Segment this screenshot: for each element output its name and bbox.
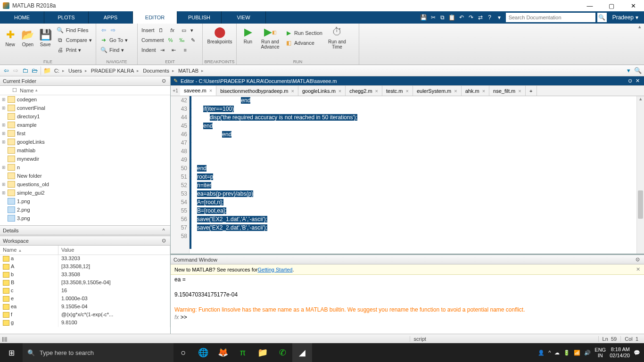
run-time-button[interactable]: ⏱Run and Time	[325, 25, 349, 49]
paste-icon[interactable]: 📋	[447, 13, 457, 22]
editor-tab[interactable]: ahk.m×	[462, 86, 489, 96]
tab-close-icon[interactable]: ×	[209, 88, 212, 93]
file-browser[interactable]: ☐ Name ▲ ⊞codegen⊞convertFinaldirectory1…	[0, 86, 170, 225]
insert-button[interactable]: Insert 🗒fx▭ ▾	[140, 25, 200, 35]
user-button[interactable]: Pradeep ▾	[607, 14, 644, 21]
browse-icon[interactable]: 🗁	[30, 66, 39, 75]
onedrive-icon[interactable]: ☁	[554, 350, 560, 356]
file-row[interactable]: 1.png	[0, 197, 170, 206]
language-indicator[interactable]: ENGIN	[594, 347, 606, 358]
panel-menu-icon[interactable]: ⊙	[626, 77, 634, 85]
run-section-button[interactable]: ▶Run Section	[283, 28, 324, 38]
comment-button[interactable]: Comment %‰✎	[140, 35, 200, 45]
breadcrumb[interactable]: Documents	[141, 68, 176, 74]
goto-button[interactable]: ➜Go To ▾	[98, 35, 135, 45]
tab-close-icon[interactable]: ×	[482, 88, 485, 94]
tab-home[interactable]: HOME	[0, 11, 44, 24]
workspace-var[interactable]: e1.0000e-03	[0, 295, 170, 303]
tab-close-icon[interactable]: ×	[339, 88, 341, 94]
workspace-header[interactable]: Name ▲ Value	[0, 246, 170, 255]
editor-tab[interactable]: testc.m×	[382, 86, 413, 96]
workspace-var[interactable]: B[33.3508,9.1505e-04]	[0, 279, 170, 287]
file-row[interactable]: ⊞example	[0, 121, 170, 129]
indent-button[interactable]: Indent ⇥⇤≡	[140, 45, 200, 55]
run-advance-button[interactable]: ▶◧Run and Advance	[258, 25, 282, 49]
workspace-var[interactable]: g9.8100	[0, 319, 170, 327]
save-icon[interactable]: 💾	[419, 13, 429, 22]
editor-scrollbar[interactable]: ▴	[636, 96, 644, 254]
workspace-var[interactable]: ea9.1505e-04	[0, 303, 170, 311]
redo-icon[interactable]: ↷	[466, 13, 476, 22]
notifications-icon[interactable]: 💬	[634, 350, 640, 356]
chrome-icon[interactable]: 🌐	[193, 343, 213, 362]
nav-arrows[interactable]: ⇦⇨	[98, 25, 135, 35]
firefox-icon[interactable]: 🦊	[213, 343, 233, 362]
file-row[interactable]: ⊞googleLinks	[0, 138, 170, 146]
app-icon[interactable]: π	[233, 343, 253, 362]
workspace-var[interactable]: c16	[0, 287, 170, 295]
panel-menu-icon[interactable]: ⊙	[634, 256, 641, 263]
open-button[interactable]: 📂Open	[19, 25, 36, 55]
save-button[interactable]: 💾Save	[37, 25, 54, 55]
dropdown-icon[interactable]: ▾	[495, 13, 504, 22]
workspace-var[interactable]: b33.3508	[0, 271, 170, 279]
getting-started-link[interactable]: Getting Started	[257, 267, 292, 272]
editor-tab[interactable]: eulerSystem.m×	[413, 86, 462, 96]
panel-menu-icon[interactable]: ⊙	[160, 77, 167, 85]
new-button[interactable]: ✚New	[2, 25, 18, 55]
tab-add-button[interactable]: +	[526, 86, 537, 96]
breadcrumb[interactable]: PRADEEP KALRA	[89, 68, 141, 74]
tab-plots[interactable]: PLOTS	[44, 11, 89, 24]
workspace-var[interactable]: A[33.3508,12]	[0, 263, 170, 271]
status-pause-icon[interactable]: ||||	[2, 336, 7, 342]
help-icon[interactable]: ?	[485, 13, 495, 22]
file-row[interactable]: ⊞n	[0, 163, 170, 172]
copy-icon[interactable]: ⧉	[438, 13, 447, 22]
switch-icon[interactable]: ⇄	[476, 13, 485, 22]
find-button[interactable]: 🔍Find ▾	[98, 45, 135, 55]
folder-icon[interactable]: 📁	[43, 66, 51, 75]
file-row[interactable]: 2.png	[0, 206, 170, 214]
file-row[interactable]: ⊞simple_gui2	[0, 189, 170, 197]
tab-shift[interactable]: +1	[171, 86, 180, 96]
panel-menu-icon[interactable]: ⊙	[160, 237, 167, 245]
file-row[interactable]: 3.png	[0, 214, 170, 222]
advance-button[interactable]: ◧Advance	[283, 38, 324, 48]
taskbar-search[interactable]: 🔍 Type here to search	[23, 343, 173, 362]
tab-close-icon[interactable]: ×	[291, 88, 294, 94]
tab-view[interactable]: VIEW	[222, 11, 266, 24]
cortana-icon[interactable]: ○	[173, 343, 193, 362]
file-row[interactable]: ⊞convertFinal	[0, 104, 170, 112]
tab-close-icon[interactable]: ×	[454, 88, 457, 94]
back-button[interactable]: ⇦	[2, 66, 10, 75]
battery-icon[interactable]: 🔋	[563, 350, 570, 356]
minimize-button[interactable]: —	[579, 0, 601, 11]
forward-button[interactable]: ⇨	[11, 66, 20, 75]
tab-close-icon[interactable]: ×	[405, 88, 408, 94]
file-row[interactable]: ⊞questions_old	[0, 180, 170, 189]
tab-editor[interactable]: EDITOR	[133, 11, 177, 24]
file-row[interactable]: New folder	[0, 172, 170, 180]
command-window[interactable]: ea = 9.150470334175177e-04 Warning: Func…	[171, 275, 644, 334]
tab-apps[interactable]: APPS	[89, 11, 133, 24]
breakpoints-button[interactable]: ⬤Breakpoints	[205, 25, 235, 49]
find-files-button[interactable]: 🔍Find Files	[55, 25, 94, 35]
breadcrumb[interactable]: Users	[66, 68, 89, 74]
editor-tab[interactable]: saveee.m×	[180, 86, 216, 96]
tab-close-icon[interactable]: ×	[375, 88, 378, 94]
banner-close-icon[interactable]: ✕	[636, 266, 640, 272]
workspace-var[interactable]: f@(x)g*x/c*(1-exp(-c*...	[0, 311, 170, 319]
toolstrip-collapse-icon[interactable]: ▴	[636, 24, 644, 65]
matlab-taskbar-icon[interactable]: ◢	[292, 343, 312, 362]
fx-icon[interactable]: fx	[174, 314, 179, 321]
tray-up-icon[interactable]: ^	[548, 350, 551, 355]
search-doc-input[interactable]	[506, 13, 595, 22]
file-row[interactable]: mathlab	[0, 146, 170, 155]
addr-dropdown-icon[interactable]: ▾	[624, 66, 633, 75]
explorer-icon[interactable]: 📁	[253, 343, 272, 362]
editor-tab[interactable]: googleLinks.m×	[298, 86, 346, 96]
addr-search-icon[interactable]: 🔍	[634, 66, 642, 75]
cut-icon[interactable]: ✂	[429, 13, 438, 22]
print-button[interactable]: 🖨Print ▾	[55, 45, 94, 55]
file-row[interactable]: ⊞codegen	[0, 95, 170, 104]
